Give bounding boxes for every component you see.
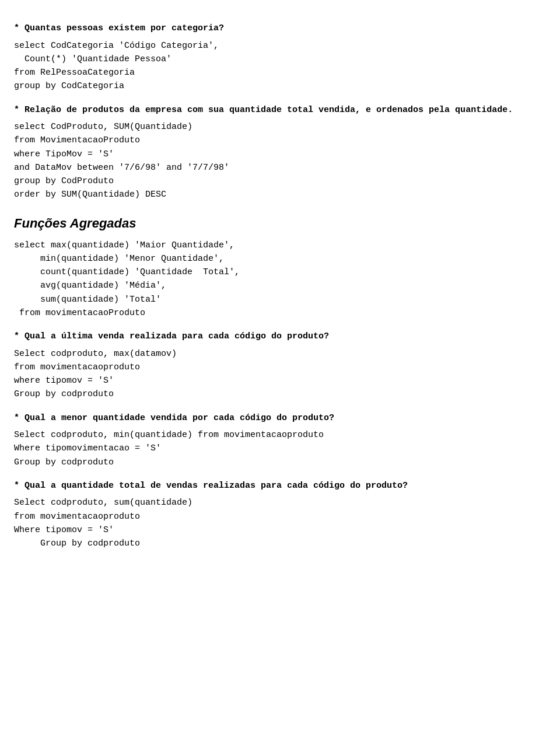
question-3: * Qual a última venda realizada para cad… (14, 330, 546, 344)
code-block-3: Select codproduto, max(datamov) from mov… (14, 347, 546, 401)
question-4: * Qual a menor quantidade vendida por ca… (14, 412, 546, 425)
question-5: * Qual a quantidade total de vendas real… (14, 480, 546, 493)
code-block-2: select CodProduto, SUM(Quantidade) from … (14, 120, 546, 202)
question-2: * Relação de produtos da empresa com sua… (14, 104, 546, 117)
code-block-1: select CodCategoria 'Código Categoria', … (14, 39, 546, 93)
question-1: * Quantas pessoas existem por categoria? (14, 22, 546, 36)
code-block-4: Select codproduto, min(quantidade) from … (14, 428, 546, 469)
section-heading: Funções Agregadas (14, 214, 546, 233)
code-block-5: Select codproduto, sum(quantidade) from … (14, 496, 546, 550)
funcoes-code-block: select max(quantidade) 'Maior Quantidade… (14, 239, 546, 320)
